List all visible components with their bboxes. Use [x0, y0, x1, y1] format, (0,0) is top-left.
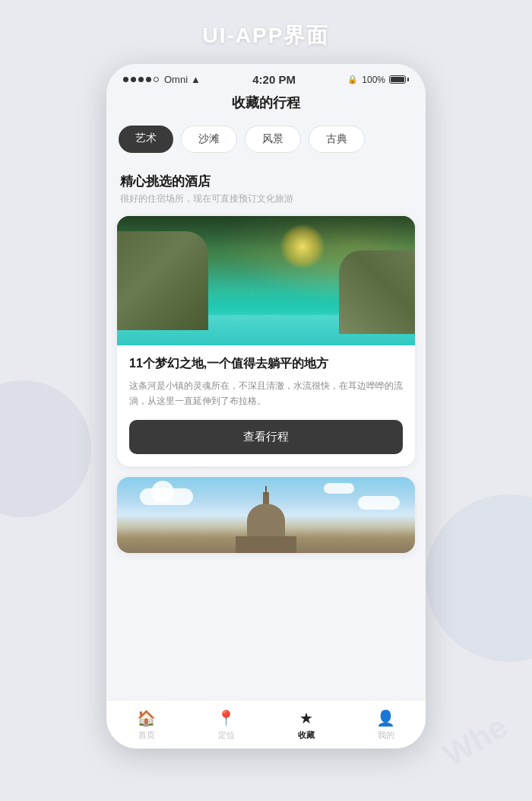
- wifi-icon: ▲: [191, 74, 201, 85]
- signal-dots: [123, 77, 159, 82]
- cloud-1: [140, 488, 193, 505]
- status-bar: Omni ▲ 4:20 PM 🔒 100%: [106, 64, 426, 91]
- nav-label-profile: 我的: [378, 729, 394, 741]
- nav-label-home: 首页: [138, 729, 155, 741]
- dome-base: [236, 536, 296, 553]
- bottom-nav: 🏠 首页 📍 定位 ★ 收藏 👤 我的: [106, 700, 426, 749]
- card-desc-1: 这条河是小镇的灵魂所在，不深且清澈，水流很快，在耳边哗哗的流淌，从这里一直延伸到…: [129, 378, 403, 409]
- carrier-name: Omni: [164, 74, 188, 85]
- cliff-right: [339, 250, 415, 334]
- card-title-1: 11个梦幻之地,一个值得去躺平的地方: [129, 356, 403, 372]
- view-itinerary-button[interactable]: 查看行程: [129, 420, 403, 454]
- tab-beach[interactable]: 沙滩: [181, 126, 237, 153]
- battery-tip: [407, 78, 409, 81]
- battery-body: [389, 75, 406, 84]
- battery-fill: [391, 77, 404, 82]
- tab-scenery[interactable]: 风景: [245, 126, 301, 153]
- tab-classic[interactable]: 古典: [309, 126, 365, 153]
- phone-frame: Omni ▲ 4:20 PM 🔒 100% 收藏的行程 艺术 沙滩 风景 古典 …: [106, 64, 426, 749]
- signal-dot-3: [138, 77, 144, 82]
- signal-dot-2: [131, 77, 136, 82]
- lock-icon: 🔒: [347, 75, 358, 84]
- card-image-1: [117, 216, 415, 345]
- whe-watermark: Whe: [437, 708, 514, 774]
- dome-cross: [265, 486, 267, 495]
- category-tabs: 艺术 沙滩 风景 古典: [106, 119, 426, 162]
- status-time: 4:20 PM: [252, 73, 296, 86]
- nav-label-favorites: 收藏: [298, 729, 315, 741]
- battery-icon: [389, 75, 409, 84]
- signal-dot-5: [154, 77, 159, 82]
- nav-item-home[interactable]: 🏠 首页: [106, 701, 186, 749]
- cliff-left: [117, 231, 208, 330]
- card-image-2: [117, 477, 415, 553]
- tab-art[interactable]: 艺术: [119, 126, 173, 153]
- section-subtitle: 很好的住宿场所，现在可直接预订文化旅游: [120, 192, 412, 205]
- page-heading: UI-APP界面: [203, 0, 330, 64]
- cloud-3: [324, 483, 354, 494]
- nav-item-favorites[interactable]: ★ 收藏: [266, 701, 346, 749]
- card-body-1: 11个梦幻之地,一个值得去躺平的地方 这条河是小镇的灵魂所在，不深且清澈，水流很…: [117, 345, 415, 466]
- cloud-2: [358, 496, 400, 510]
- dome-main: [247, 504, 285, 538]
- location-icon: 📍: [217, 709, 236, 727]
- signal-dot-1: [123, 77, 128, 82]
- hotel-card-1: 11个梦幻之地,一个值得去躺平的地方 这条河是小镇的灵魂所在，不深且清澈，水流很…: [117, 216, 415, 466]
- section-header: 精心挑选的酒店 很好的住宿场所，现在可直接预订文化旅游: [106, 162, 426, 208]
- status-right: 🔒 100%: [347, 75, 409, 85]
- nav-title-bar: 收藏的行程: [106, 91, 426, 119]
- hotel-card-2[interactable]: [117, 477, 415, 553]
- bg-decoration-left: [0, 380, 91, 517]
- bg-decoration-right: [426, 494, 532, 662]
- nav-label-location: 定位: [218, 729, 235, 741]
- battery-pct: 100%: [362, 75, 385, 85]
- nav-item-location[interactable]: 📍 定位: [186, 701, 266, 749]
- nav-item-profile[interactable]: 👤 我的: [346, 701, 426, 749]
- star-icon: ★: [299, 709, 313, 727]
- signal-dot-4: [146, 77, 151, 82]
- section-title: 精心挑选的酒店: [120, 173, 412, 190]
- home-icon: 🏠: [137, 709, 156, 727]
- nav-title: 收藏的行程: [232, 95, 300, 110]
- person-icon: 👤: [376, 709, 395, 727]
- main-content: 精心挑选的酒店 很好的住宿场所，现在可直接预订文化旅游 11个梦幻之地,一个值得…: [106, 162, 426, 700]
- cathedral-dome: [236, 500, 296, 553]
- sun-glow: [280, 224, 325, 269]
- status-left: Omni ▲: [123, 74, 201, 85]
